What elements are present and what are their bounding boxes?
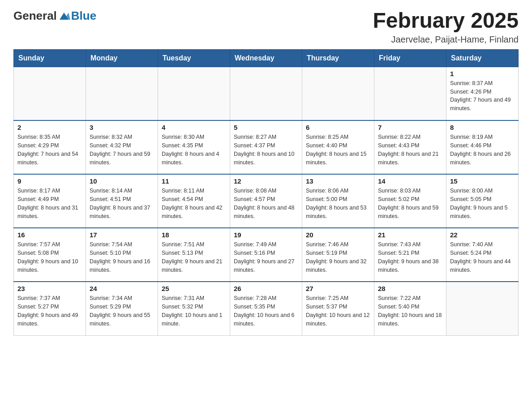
day-info: Sunrise: 8:25 AMSunset: 4:40 PMDaylight:… <box>306 133 370 167</box>
day-number: 24 <box>90 285 154 292</box>
calendar-cell: 8Sunrise: 8:19 AMSunset: 4:46 PMDaylight… <box>446 120 519 174</box>
day-number: 23 <box>17 285 82 292</box>
calendar-cell <box>302 67 374 120</box>
calendar-cell: 16Sunrise: 7:57 AMSunset: 5:08 PMDayligh… <box>14 228 86 282</box>
logo-general: General <box>13 9 57 23</box>
day-number: 9 <box>17 177 82 185</box>
day-number: 26 <box>234 285 298 292</box>
day-info: Sunrise: 8:32 AMSunset: 4:32 PMDaylight:… <box>90 133 154 167</box>
calendar-cell: 14Sunrise: 8:03 AMSunset: 5:02 PMDayligh… <box>374 174 446 228</box>
calendar-cell: 24Sunrise: 7:34 AMSunset: 5:29 PMDayligh… <box>86 282 158 335</box>
day-number: 1 <box>450 70 515 77</box>
calendar-cell: 27Sunrise: 7:25 AMSunset: 5:37 PMDayligh… <box>302 282 374 335</box>
calendar-cell: 6Sunrise: 8:25 AMSunset: 4:40 PMDaylight… <box>302 120 374 174</box>
day-number: 3 <box>90 124 154 131</box>
calendar-week-row: 16Sunrise: 7:57 AMSunset: 5:08 PMDayligh… <box>14 228 519 282</box>
day-info: Sunrise: 8:03 AMSunset: 5:02 PMDaylight:… <box>378 187 442 220</box>
day-info: Sunrise: 8:00 AMSunset: 5:05 PMDaylight:… <box>450 187 515 220</box>
day-number: 22 <box>450 231 515 239</box>
calendar-cell: 11Sunrise: 8:11 AMSunset: 4:54 PMDayligh… <box>158 174 230 228</box>
day-info: Sunrise: 7:49 AMSunset: 5:16 PMDaylight:… <box>234 240 298 274</box>
calendar-cell: 3Sunrise: 8:32 AMSunset: 4:32 PMDaylight… <box>86 120 158 174</box>
day-number: 8 <box>450 124 515 131</box>
day-info: Sunrise: 7:40 AMSunset: 5:24 PMDaylight:… <box>450 240 515 274</box>
day-info: Sunrise: 7:37 AMSunset: 5:27 PMDaylight:… <box>17 294 82 328</box>
day-info: Sunrise: 8:17 AMSunset: 4:49 PMDaylight:… <box>17 187 82 220</box>
title-block: February 2025 Jaervelae, Paijat-Hame, Fi… <box>373 9 519 45</box>
day-info: Sunrise: 8:11 AMSunset: 4:54 PMDaylight:… <box>162 187 226 220</box>
day-info: Sunrise: 7:46 AMSunset: 5:19 PMDaylight:… <box>306 240 370 274</box>
calendar-week-row: 1Sunrise: 8:37 AMSunset: 4:26 PMDaylight… <box>14 67 519 120</box>
day-number: 2 <box>17 124 82 131</box>
weekday-header-wednesday: Wednesday <box>230 49 302 67</box>
calendar-cell: 10Sunrise: 8:14 AMSunset: 4:51 PMDayligh… <box>86 174 158 228</box>
day-info: Sunrise: 7:57 AMSunset: 5:08 PMDaylight:… <box>17 240 82 274</box>
weekday-header-friday: Friday <box>374 49 446 67</box>
calendar-cell: 1Sunrise: 8:37 AMSunset: 4:26 PMDaylight… <box>446 67 519 120</box>
day-number: 17 <box>90 231 154 239</box>
calendar-week-row: 2Sunrise: 8:35 AMSunset: 4:29 PMDaylight… <box>14 120 519 174</box>
calendar-cell: 28Sunrise: 7:22 AMSunset: 5:40 PMDayligh… <box>374 282 446 335</box>
calendar-cell <box>14 67 86 120</box>
day-number: 5 <box>234 124 298 131</box>
day-number: 10 <box>90 177 154 185</box>
logo-icon <box>58 10 70 22</box>
day-number: 19 <box>234 231 298 239</box>
calendar-cell: 25Sunrise: 7:31 AMSunset: 5:32 PMDayligh… <box>158 282 230 335</box>
month-title: February 2025 <box>373 9 519 33</box>
day-info: Sunrise: 8:19 AMSunset: 4:46 PMDaylight:… <box>450 133 515 167</box>
calendar-cell <box>374 67 446 120</box>
calendar-cell: 20Sunrise: 7:46 AMSunset: 5:19 PMDayligh… <box>302 228 374 282</box>
calendar-cell: 22Sunrise: 7:40 AMSunset: 5:24 PMDayligh… <box>446 228 519 282</box>
weekday-header-monday: Monday <box>86 49 158 67</box>
calendar-cell: 7Sunrise: 8:22 AMSunset: 4:43 PMDaylight… <box>374 120 446 174</box>
day-info: Sunrise: 8:08 AMSunset: 4:57 PMDaylight:… <box>234 187 298 220</box>
page-header: General Blue February 2025 Jaervelae, Pa… <box>13 9 519 45</box>
day-number: 27 <box>306 285 370 292</box>
calendar-cell <box>86 67 158 120</box>
calendar-cell: 15Sunrise: 8:00 AMSunset: 5:05 PMDayligh… <box>446 174 519 228</box>
day-number: 6 <box>306 124 370 131</box>
calendar-cell: 19Sunrise: 7:49 AMSunset: 5:16 PMDayligh… <box>230 228 302 282</box>
day-number: 13 <box>306 177 370 185</box>
calendar-cell <box>446 282 519 335</box>
calendar-cell: 9Sunrise: 8:17 AMSunset: 4:49 PMDaylight… <box>14 174 86 228</box>
logo-blue: Blue <box>71 9 96 23</box>
day-info: Sunrise: 8:14 AMSunset: 4:51 PMDaylight:… <box>90 187 154 220</box>
day-number: 25 <box>162 285 226 292</box>
weekday-header-thursday: Thursday <box>302 49 374 67</box>
weekday-header-sunday: Sunday <box>14 49 86 67</box>
calendar-cell: 17Sunrise: 7:54 AMSunset: 5:10 PMDayligh… <box>86 228 158 282</box>
day-info: Sunrise: 7:25 AMSunset: 5:37 PMDaylight:… <box>306 294 370 328</box>
logo: General Blue <box>13 9 96 23</box>
day-info: Sunrise: 8:06 AMSunset: 5:00 PMDaylight:… <box>306 187 370 220</box>
calendar-cell: 21Sunrise: 7:43 AMSunset: 5:21 PMDayligh… <box>374 228 446 282</box>
calendar-week-row: 9Sunrise: 8:17 AMSunset: 4:49 PMDaylight… <box>14 174 519 228</box>
calendar-cell: 12Sunrise: 8:08 AMSunset: 4:57 PMDayligh… <box>230 174 302 228</box>
day-info: Sunrise: 8:37 AMSunset: 4:26 PMDaylight:… <box>450 79 515 113</box>
day-info: Sunrise: 8:30 AMSunset: 4:35 PMDaylight:… <box>162 133 226 167</box>
calendar-table: SundayMondayTuesdayWednesdayThursdayFrid… <box>13 49 519 336</box>
weekday-header-saturday: Saturday <box>446 49 519 67</box>
day-number: 18 <box>162 231 226 239</box>
day-info: Sunrise: 7:54 AMSunset: 5:10 PMDaylight:… <box>90 240 154 274</box>
day-info: Sunrise: 7:28 AMSunset: 5:35 PMDaylight:… <box>234 294 298 328</box>
day-info: Sunrise: 7:34 AMSunset: 5:29 PMDaylight:… <box>90 294 154 328</box>
day-info: Sunrise: 7:51 AMSunset: 5:13 PMDaylight:… <box>162 240 226 274</box>
day-number: 21 <box>378 231 442 239</box>
day-number: 7 <box>378 124 442 131</box>
weekday-header-row: SundayMondayTuesdayWednesdayThursdayFrid… <box>14 49 519 67</box>
day-info: Sunrise: 7:22 AMSunset: 5:40 PMDaylight:… <box>378 294 442 328</box>
day-number: 11 <box>162 177 226 185</box>
calendar-cell: 26Sunrise: 7:28 AMSunset: 5:35 PMDayligh… <box>230 282 302 335</box>
day-info: Sunrise: 7:31 AMSunset: 5:32 PMDaylight:… <box>162 294 226 328</box>
calendar-cell: 4Sunrise: 8:30 AMSunset: 4:35 PMDaylight… <box>158 120 230 174</box>
day-info: Sunrise: 8:35 AMSunset: 4:29 PMDaylight:… <box>17 133 82 167</box>
day-info: Sunrise: 8:27 AMSunset: 4:37 PMDaylight:… <box>234 133 298 167</box>
calendar-cell <box>158 67 230 120</box>
day-number: 14 <box>378 177 442 185</box>
calendar-cell <box>230 67 302 120</box>
day-number: 12 <box>234 177 298 185</box>
calendar-cell: 5Sunrise: 8:27 AMSunset: 4:37 PMDaylight… <box>230 120 302 174</box>
calendar-week-row: 23Sunrise: 7:37 AMSunset: 5:27 PMDayligh… <box>14 282 519 335</box>
